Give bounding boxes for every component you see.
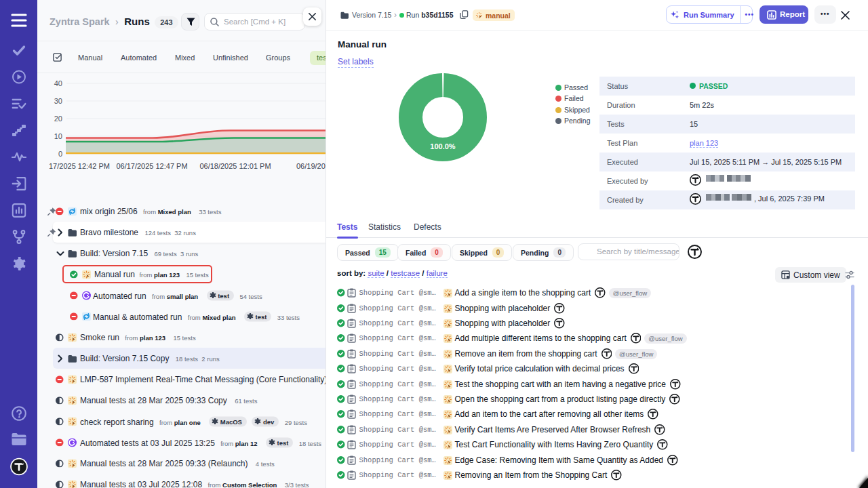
svg-text:06/19/2025 1:5: 06/19/2025 1:5 [296, 162, 326, 170]
svg-text:30: 30 [54, 97, 62, 105]
svg-text:17/2025 12:42 PM: 17/2025 12:42 PM [49, 162, 110, 170]
svg-text:10: 10 [54, 132, 62, 140]
svg-text:06/17/2025 12:47 PM: 06/17/2025 12:47 PM [116, 162, 187, 170]
svg-text:0: 0 [58, 150, 62, 158]
svg-text:100.0%: 100.0% [430, 142, 456, 150]
svg-text:20: 20 [54, 115, 62, 123]
svg-text:40: 40 [54, 79, 62, 87]
svg-text:06/18/2025 12:01 PM: 06/18/2025 12:01 PM [199, 162, 271, 170]
